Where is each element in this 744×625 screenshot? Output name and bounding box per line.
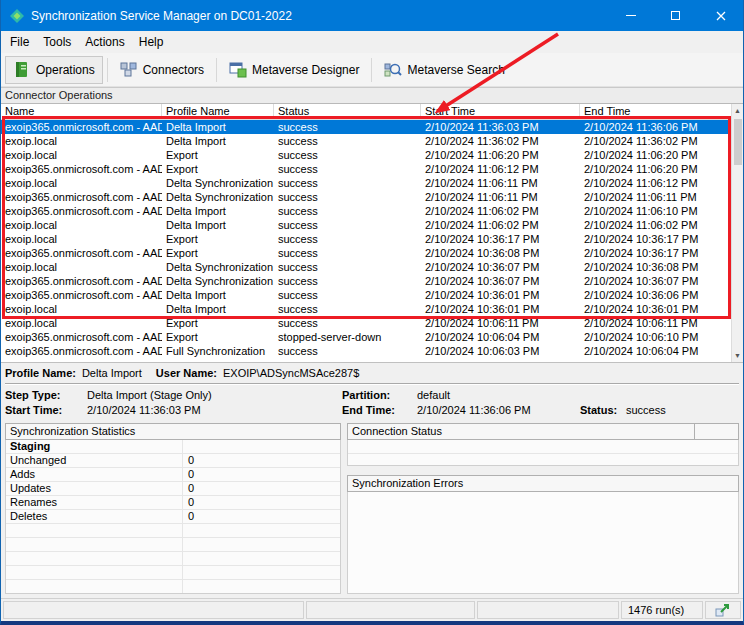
operations-table-body: exoip365.onmicrosoft.com - AAD Delta Imp… — [1, 120, 743, 362]
user-name-label: User Name: — [156, 366, 217, 381]
stat-row: Adds 0 — [6, 468, 340, 482]
synchronization-statistics-header: Synchronization Statistics — [5, 423, 341, 440]
connection-status-header: Connection Status — [347, 423, 739, 440]
minimize-icon — [626, 15, 636, 16]
menu-tools[interactable]: Tools — [36, 31, 78, 53]
stat-row: Unchanged 0 — [6, 454, 340, 468]
maximize-button[interactable] — [653, 0, 698, 31]
column-header-start-time[interactable]: Start Time — [421, 104, 580, 120]
scroll-up-icon[interactable]: ▲ — [732, 104, 744, 117]
stats-group-label: Staging — [6, 440, 50, 453]
stat-row — [6, 524, 340, 538]
profile-name-label: Profile Name: — [5, 366, 76, 381]
operation-row[interactable]: exoip365.onmicrosoft.com - AAD Export st… — [1, 330, 743, 344]
operation-row[interactable]: exoip.local Export success 2/10/2024 11:… — [1, 148, 743, 162]
app-icon — [9, 8, 25, 24]
synchronization-errors-body — [347, 492, 739, 594]
connectors-button[interactable]: Connectors — [112, 56, 212, 84]
table-vertical-scrollbar[interactable]: ▲ ▼ — [731, 104, 743, 362]
run-detail-title: Profile Name: Delta Import User Name: EX… — [5, 366, 739, 381]
scroll-down-icon[interactable]: ▼ — [732, 349, 744, 362]
title-bar: Synchronization Service Manager on DC01-… — [1, 0, 743, 31]
stat-row — [6, 538, 340, 552]
end-time-label: End Time: — [342, 403, 417, 418]
menu-actions[interactable]: Actions — [78, 31, 131, 53]
profile-name-value: Delta Import — [82, 366, 142, 381]
status-segment-3 — [477, 601, 619, 619]
partition-value: default — [417, 388, 450, 403]
operation-row[interactable]: exoip.local Delta Import success 2/10/20… — [1, 302, 743, 316]
status-segment-2 — [306, 601, 475, 619]
operation-row[interactable]: exoip365.onmicrosoft.com - AAD Delta Imp… — [1, 204, 743, 218]
metaverse-designer-label: Metaverse Designer — [252, 63, 359, 77]
stat-row: Deletes 0 — [6, 510, 340, 524]
operation-row[interactable]: exoip365.onmicrosoft.com - AAD Export su… — [1, 246, 743, 260]
synchronization-errors-title: Synchronization Errors — [352, 476, 463, 491]
operation-row[interactable]: exoip.local Delta Synchronization succes… — [1, 260, 743, 274]
menu-help[interactable]: Help — [132, 31, 171, 53]
run-detail-pane: Profile Name: Delta Import User Name: EX… — [1, 362, 743, 598]
synchronization-statistics-title: Synchronization Statistics — [10, 424, 135, 439]
status-action-button[interactable] — [705, 601, 741, 619]
column-header-status[interactable]: Status — [274, 104, 421, 120]
operation-row[interactable]: exoip365.onmicrosoft.com - AAD Delta Imp… — [1, 288, 743, 302]
metaverse-designer-icon — [229, 61, 247, 79]
scroll-thumb[interactable] — [734, 119, 742, 165]
operation-row[interactable]: exoip.local Delta Synchronization succes… — [1, 176, 743, 190]
connection-status-title: Connection Status — [352, 424, 694, 439]
operation-row[interactable]: exoip.local Delta Import success 2/10/20… — [1, 134, 743, 148]
toolbar: Operations Connectors Metaverse Designer — [1, 53, 743, 87]
connection-status-subcell — [694, 424, 738, 439]
detail-right-column: Connection Status Synchronization Errors — [347, 423, 739, 594]
step-type-label: Step Type: — [5, 388, 87, 403]
stat-row — [6, 566, 340, 580]
stats-group-row: Staging — [6, 440, 340, 454]
detail-field-row: Start Time: 2/10/2024 11:36:03 PM End Ti… — [5, 403, 739, 418]
detail-divider — [5, 383, 739, 385]
column-header-end-time[interactable]: End Time — [580, 104, 731, 120]
panel-gap — [347, 466, 739, 475]
operations-button[interactable]: Operations — [5, 56, 103, 84]
operation-row[interactable]: exoip.local Export success 2/10/2024 10:… — [1, 316, 743, 330]
stats-rows: Unchanged 0 Adds 0 Updates 0 Renames 0 D… — [6, 454, 340, 594]
start-time-value: 2/10/2024 11:36:03 PM — [87, 403, 342, 418]
synchronization-errors-header: Synchronization Errors — [347, 475, 739, 492]
operations-table: Name Profile Name Status Start Time End … — [1, 104, 743, 362]
metaverse-search-label: Metaverse Search — [407, 63, 504, 77]
minimize-button[interactable] — [608, 0, 653, 31]
column-header-name[interactable]: Name — [1, 104, 162, 120]
partition-label: Partition: — [342, 388, 417, 403]
metaverse-search-button[interactable]: Metaverse Search — [376, 56, 512, 84]
operation-row[interactable]: exoip365.onmicrosoft.com - AAD Delta Syn… — [1, 190, 743, 204]
user-name-value: EXOIP\ADSyncMSAce287$ — [223, 366, 359, 381]
operation-row[interactable]: exoip.local Delta Import success 2/10/20… — [1, 218, 743, 232]
operations-label: Operations — [36, 63, 95, 77]
operation-row[interactable]: exoip365.onmicrosoft.com - AAD Export su… — [1, 162, 743, 176]
operation-row[interactable]: exoip.local Export success 2/10/2024 10:… — [1, 232, 743, 246]
operations-icon — [13, 61, 31, 79]
metaverse-designer-button[interactable]: Metaverse Designer — [221, 56, 367, 84]
toolbar-separator — [216, 58, 217, 82]
synchronization-statistics-body: Staging Unchanged 0 Adds 0 Updates 0 Ren… — [5, 440, 341, 594]
operation-row[interactable]: exoip365.onmicrosoft.com - AAD Full Sync… — [1, 344, 743, 358]
synchronization-statistics-panel: Synchronization Statistics Staging Uncha… — [5, 423, 341, 594]
step-type-value: Delta Import (Stage Only) — [87, 388, 342, 403]
close-icon — [716, 11, 726, 21]
operations-table-header: Name Profile Name Status Start Time End … — [1, 104, 743, 120]
column-header-profile-name[interactable]: Profile Name — [162, 104, 274, 120]
close-button[interactable] — [698, 0, 743, 31]
status-value: success — [626, 403, 666, 418]
go-arrow-icon — [715, 602, 731, 618]
start-time-label: Start Time: — [5, 403, 87, 418]
toolbar-separator — [107, 58, 108, 82]
connection-status-body — [347, 440, 739, 466]
detail-field-row: Step Type: Delta Import (Stage Only) Par… — [5, 388, 739, 403]
menu-file[interactable]: File — [3, 31, 36, 53]
operation-row[interactable]: exoip365.onmicrosoft.com - AAD Delta Syn… — [1, 274, 743, 288]
stat-row: Updates 0 — [6, 482, 340, 496]
maximize-icon — [671, 11, 680, 20]
status-bar: 1476 run(s) — [1, 598, 743, 621]
connector-operations-caption: Connector Operations — [1, 87, 743, 104]
connectors-icon — [120, 61, 138, 79]
operation-row[interactable]: exoip365.onmicrosoft.com - AAD Delta Imp… — [1, 120, 743, 134]
